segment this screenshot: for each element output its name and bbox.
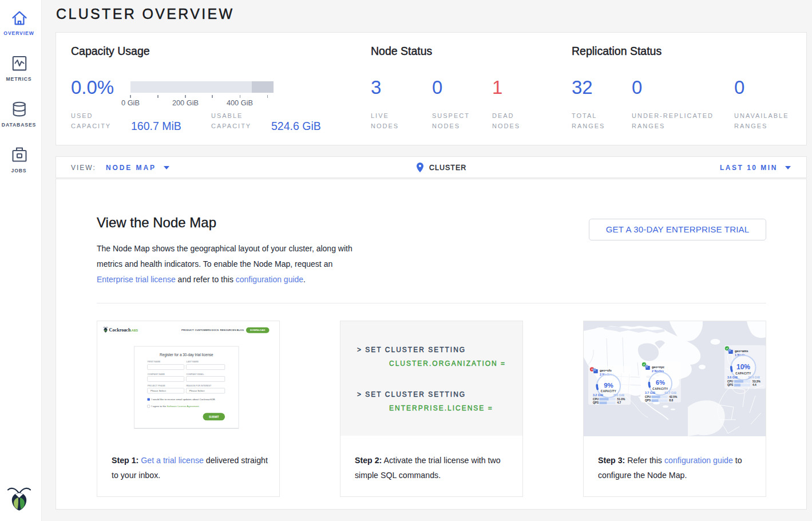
- svg-text:6%: 6%: [656, 379, 665, 386]
- svg-text:RESOURCES: RESOURCES: [220, 329, 236, 331]
- svg-text:CPU: CPU: [593, 398, 599, 401]
- svg-text:QPS: QPS: [727, 384, 734, 386]
- svg-text:REASON FOR INTEREST: REASON FOR INTEREST: [186, 385, 212, 387]
- svg-text:3.6 GiB: 3.6 GiB: [727, 376, 738, 379]
- svg-text:CAPACITY: CAPACITY: [735, 372, 751, 375]
- svg-text:LABS: LABS: [130, 329, 138, 332]
- svg-text:CAPACITY: CAPACITY: [652, 388, 668, 390]
- svg-text:FIRST NAME: FIRST NAME: [148, 361, 161, 363]
- svg-text:63.7 GiB: 63.7 GiB: [664, 391, 676, 394]
- svg-text:3.2 GiB: 3.2 GiB: [593, 393, 603, 397]
- svg-text:PROJECT PHASE: PROJECT PHASE: [148, 385, 166, 387]
- svg-text:I would like to receive email: I would like to receive email updates ab…: [152, 398, 216, 401]
- svg-text:CUSTOMERS: CUSTOMERS: [195, 329, 211, 331]
- svg-text:8.8: 8.8: [670, 399, 674, 402]
- svg-text:QPS: QPS: [645, 399, 651, 402]
- svg-text:geo=ams: geo=ams: [735, 349, 748, 353]
- svg-text:COMPANY NAME: COMPANY NAME: [148, 373, 165, 376]
- svg-text:geo=sfo: geo=sfo: [600, 369, 612, 372]
- svg-text:3.7 GiB: 3.7 GiB: [645, 391, 655, 394]
- svg-text:4.4: 4.4: [752, 384, 756, 386]
- svg-text:10%: 10%: [736, 363, 750, 371]
- svg-text:34.4 GiB: 34.4 GiB: [748, 376, 760, 379]
- svg-text:Please Select: Please Select: [150, 389, 167, 392]
- svg-text:351 GiB: 351 GiB: [613, 393, 625, 397]
- svg-text:51.0%: 51.0%: [617, 398, 626, 401]
- svg-text:CAPACITY: CAPACITY: [601, 390, 617, 393]
- svg-text:CPU: CPU: [727, 380, 734, 383]
- svg-text:53.3%: 53.3%: [752, 380, 761, 383]
- svg-text:SUBMIT: SUBMIT: [209, 416, 219, 419]
- svg-text:COMPANY EMAIL: COMPANY EMAIL: [186, 373, 204, 376]
- svg-text:Register for a 30-day trial li: Register for a 30-day trial license: [160, 353, 213, 357]
- svg-text:42.5%: 42.5%: [670, 396, 678, 398]
- svg-text:Cockroach: Cockroach: [109, 327, 132, 333]
- svg-text:Please Select: Please Select: [189, 389, 205, 392]
- svg-text:4.7: 4.7: [617, 401, 621, 404]
- svg-text:geo=nyc: geo=nyc: [652, 365, 664, 369]
- svg-text:LAST NAME: LAST NAME: [186, 361, 199, 363]
- svg-text:DOCS: DOCS: [212, 329, 219, 331]
- svg-text:PRODUCT: PRODUCT: [181, 329, 194, 331]
- svg-text:9%: 9%: [604, 382, 613, 389]
- svg-text:DOWNLOAD: DOWNLOAD: [250, 329, 265, 331]
- svg-text:BLOG: BLOG: [237, 329, 244, 331]
- svg-text:QPS: QPS: [593, 401, 599, 404]
- svg-text:I agree to the Software Licens: I agree to the Software License Agreemen…: [152, 405, 200, 408]
- svg-text:CPU: CPU: [645, 396, 651, 398]
